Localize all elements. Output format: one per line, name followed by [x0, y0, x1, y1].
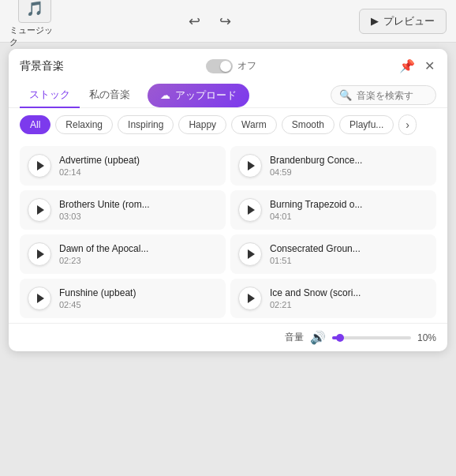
search-area: 🔍 — [331, 85, 436, 105]
track-name: Brothers Unite (rom... — [59, 199, 218, 210]
track-duration: 02:23 — [59, 256, 218, 265]
track-info: Dawn of the Apocal... 02:23 — [59, 243, 218, 265]
list-item[interactable]: Ice and Snow (scori... 02:21 — [230, 279, 436, 318]
play-icon — [37, 205, 44, 215]
header-actions: 📌 ✕ — [398, 57, 436, 75]
play-button[interactable] — [28, 198, 51, 222]
play-icon — [37, 161, 44, 171]
track-name: Burning Trapezoid o... — [270, 199, 428, 210]
upload-label: アップロード — [175, 88, 237, 103]
filter-inspiring[interactable]: Inspiring — [118, 115, 174, 134]
panel-title: 背景音楽 — [20, 59, 64, 73]
tab-my-music[interactable]: 私の音楽 — [80, 83, 140, 108]
track-name: Advertime (upbeat) — [59, 155, 218, 166]
track-info: Brandenburg Conce... 04:59 — [270, 155, 428, 177]
panel-footer: 音量 🔊 10% — [9, 323, 447, 351]
panel-header: 背景音楽 オフ 📌 ✕ — [9, 49, 447, 80]
volume-label: 音量 — [285, 331, 304, 344]
track-info: Funshine (upbeat) 02:45 — [59, 287, 218, 309]
list-item[interactable]: Consecrated Groun... 01:51 — [230, 234, 436, 274]
filter-playful[interactable]: Playfu... — [339, 115, 394, 134]
play-button[interactable] — [28, 154, 51, 178]
play-button[interactable] — [28, 242, 51, 266]
app-label: ミュージック — [9, 24, 60, 48]
list-item[interactable]: Funshine (upbeat) 02:45 — [20, 279, 226, 318]
track-name: Ice and Snow (scori... — [270, 287, 428, 298]
play-button[interactable] — [28, 287, 51, 310]
track-info: Consecrated Groun... 01:51 — [270, 243, 428, 265]
track-duration: 04:59 — [270, 167, 428, 177]
track-name: Dawn of the Apocal... — [59, 243, 218, 254]
filter-all[interactable]: All — [20, 115, 50, 134]
preview-button[interactable]: ▶ プレビュー — [359, 9, 447, 34]
filter-happy[interactable]: Happy — [178, 115, 226, 134]
pin-button[interactable]: 📌 — [398, 57, 417, 75]
list-item[interactable]: Burning Trapezoid o... 04:01 — [230, 190, 436, 230]
track-name: Funshine (upbeat) — [59, 287, 218, 298]
top-bar-center: ↩ ↪ — [185, 9, 234, 33]
music-toggle[interactable] — [206, 59, 233, 73]
volume-icon: 🔊 — [310, 330, 326, 345]
play-button[interactable] — [238, 154, 262, 178]
list-item[interactable]: Brothers Unite (rom... 03:03 — [20, 190, 226, 230]
filter-smooth[interactable]: Smooth — [282, 115, 335, 134]
play-button[interactable] — [238, 242, 262, 266]
toggle-label: オフ — [237, 59, 256, 73]
volume-slider[interactable] — [332, 336, 411, 339]
close-button[interactable]: ✕ — [423, 57, 436, 75]
upload-icon: ☁ — [160, 89, 170, 101]
music-icon: 🎵 — [18, 0, 51, 23]
upload-button[interactable]: ☁ アップロード — [148, 84, 249, 107]
track-duration: 02:14 — [59, 167, 218, 177]
list-item[interactable]: Dawn of the Apocal... 02:23 — [20, 234, 226, 274]
play-icon — [248, 294, 255, 303]
filter-warm[interactable]: Warm — [231, 115, 277, 134]
track-info: Burning Trapezoid o... 04:01 — [270, 199, 428, 221]
tab-stock[interactable]: ストック — [20, 83, 80, 108]
filter-more-button[interactable]: › — [398, 114, 417, 135]
toggle-area: オフ — [206, 59, 256, 73]
track-info: Advertime (upbeat) 02:14 — [59, 155, 218, 177]
app-icon-area: 🎵 ミュージック — [9, 0, 60, 48]
play-icon — [248, 249, 255, 259]
track-info: Ice and Snow (scori... 02:21 — [270, 287, 428, 309]
track-info: Brothers Unite (rom... 03:03 — [59, 199, 218, 221]
top-bar: 🎵 ミュージック ↩ ↪ ▶ プレビュー — [0, 0, 456, 43]
redo-button[interactable]: ↪ — [216, 9, 234, 33]
preview-play-icon: ▶ — [371, 15, 379, 27]
play-icon — [248, 161, 255, 171]
play-button[interactable] — [238, 198, 262, 222]
volume-percent: 10% — [417, 332, 436, 343]
toggle-knob — [220, 61, 231, 72]
list-item[interactable]: Advertime (upbeat) 02:14 — [20, 146, 226, 186]
background-music-panel: 背景音楽 オフ 📌 ✕ ストック 私の音楽 ☁ アップロード 🔍 All Rel… — [9, 49, 447, 351]
preview-label: プレビュー — [383, 14, 435, 28]
tabs-row: ストック 私の音楽 ☁ アップロード 🔍 — [9, 80, 447, 108]
track-name: Consecrated Groun... — [270, 243, 428, 254]
search-icon: 🔍 — [339, 89, 352, 101]
track-duration: 04:01 — [270, 212, 428, 221]
undo-button[interactable]: ↩ — [185, 9, 204, 33]
track-duration: 02:45 — [59, 300, 218, 309]
play-icon — [37, 249, 44, 259]
search-input[interactable] — [357, 90, 428, 101]
track-duration: 02:21 — [270, 300, 428, 309]
track-duration: 03:03 — [59, 212, 218, 221]
track-duration: 01:51 — [270, 256, 428, 265]
track-name: Brandenburg Conce... — [270, 155, 428, 166]
music-list: Advertime (upbeat) 02:14 Brandenburg Con… — [9, 141, 447, 323]
list-item[interactable]: Brandenburg Conce... 04:59 — [230, 146, 436, 186]
filter-row: All Relaxing Inspiring Happy Warm Smooth… — [9, 108, 447, 141]
filter-relaxing[interactable]: Relaxing — [55, 115, 113, 134]
play-icon — [37, 294, 44, 303]
volume-knob[interactable] — [336, 334, 344, 342]
play-icon — [248, 205, 255, 215]
play-button[interactable] — [238, 287, 262, 310]
